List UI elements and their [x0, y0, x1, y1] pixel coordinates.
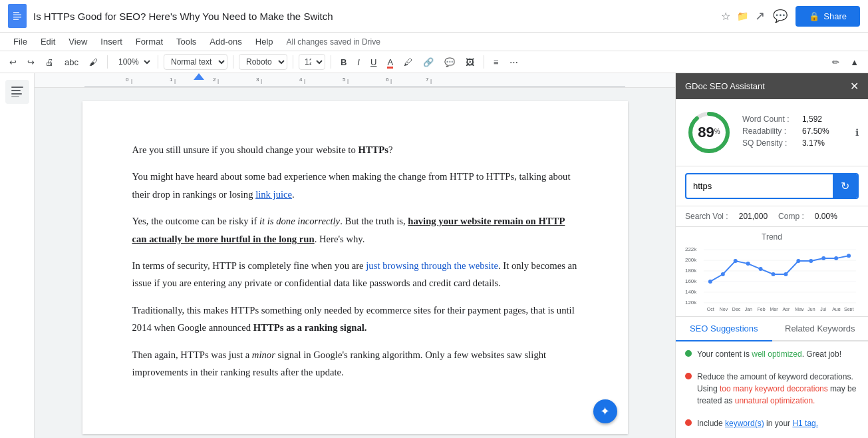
doc-title[interactable]: Is HTTPs Good for SEO? Here's Why You Ne… [33, 11, 714, 22]
svg-marker-26 [194, 73, 204, 80]
share-button[interactable]: 🔒 Share [796, 6, 860, 27]
print-button[interactable]: 🖨 [41, 55, 58, 70]
svg-point-51 [834, 256, 838, 260]
more-button[interactable]: ⋯ [506, 55, 522, 70]
menu-file[interactable]: File [8, 34, 33, 49]
menu-help[interactable]: Help [250, 34, 279, 49]
paint-format-button[interactable]: 🖌 [85, 55, 102, 70]
color-underline [387, 67, 393, 69]
menu-view[interactable]: View [63, 34, 92, 49]
collapse-button[interactable]: ▲ [846, 55, 863, 70]
red-text-2: unnatural optimization. [735, 396, 815, 405]
separator-1 [107, 55, 108, 69]
menu-tools[interactable]: Tools [171, 34, 202, 49]
keyword-search-input[interactable] [686, 176, 833, 196]
tab-seo-suggestions[interactable]: SEO Suggestions [676, 317, 772, 341]
svg-rect-0 [11, 9, 23, 23]
readability-label: Readability : [742, 126, 802, 136]
svg-text:4: 4 [299, 77, 303, 83]
spellcheck-button[interactable]: abc [61, 55, 82, 70]
h1-link[interactable]: H1 tag. [792, 419, 818, 428]
svg-point-41 [708, 280, 712, 284]
svg-text:0: 0 [126, 77, 129, 83]
svg-text:160k: 160k [685, 278, 696, 284]
redo-button[interactable]: ↪ [23, 55, 39, 70]
pencil-button[interactable]: ✏ [828, 55, 843, 70]
separator-3 [233, 55, 233, 69]
svg-rect-8 [11, 97, 19, 97]
tab-related-keywords[interactable]: Related Keywords [772, 317, 869, 340]
font-size-select[interactable]: 12 10 14 [299, 54, 325, 70]
menu-insert[interactable]: Insert [95, 34, 128, 49]
error-dot-1 [685, 373, 692, 379]
underline-button[interactable]: U [366, 55, 380, 70]
menu-format[interactable]: Format [130, 34, 168, 49]
title-area: Is HTTPs Good for SEO? Here's Why You Ne… [33, 11, 714, 22]
svg-point-48 [796, 259, 800, 263]
header-right: ↗ 💬 🔒 Share [755, 6, 860, 27]
svg-text:|: | [304, 78, 305, 84]
trend-title: Trend [685, 232, 859, 242]
svg-text:|: | [174, 78, 176, 84]
close-sidebar-button[interactable]: ✕ [850, 80, 859, 93]
toolbar: ↩ ↪ 🖨 abc 🖌 100% Normal text Heading 1 H… [0, 51, 868, 73]
lock-icon: 🔒 [809, 11, 819, 21]
font-color-button[interactable]: A [383, 55, 397, 70]
svg-text:Aug: Aug [832, 307, 841, 311]
menu-addons[interactable]: Add-ons [204, 34, 247, 49]
link-button[interactable]: 🔗 [419, 55, 438, 70]
svg-text:200k: 200k [685, 257, 696, 263]
readability-row: Readability : 67.50% [742, 126, 846, 136]
suggestion-text-2: Reduce the amount of keyword decorations… [697, 371, 859, 407]
separator-6 [484, 55, 484, 69]
trend-icon[interactable]: ↗ [755, 9, 765, 23]
font-select[interactable]: Roboto Arial [239, 54, 287, 70]
italic-button[interactable]: I [353, 55, 364, 70]
doc-scroll[interactable]: Are you still unsure if you should chang… [35, 88, 675, 438]
undo-button[interactable]: ↩ [5, 55, 21, 70]
svg-rect-6 [11, 90, 21, 91]
info-icon[interactable]: ℹ [855, 127, 859, 138]
svg-text:Nov: Nov [720, 307, 728, 311]
menu-edit[interactable]: Edit [35, 34, 61, 49]
bold-button[interactable]: B [337, 55, 351, 70]
svg-text:|: | [347, 78, 349, 84]
search-button[interactable]: ↻ [833, 174, 857, 198]
outline-button[interactable] [5, 80, 29, 104]
svg-text:222k: 222k [685, 246, 696, 252]
zoom-select[interactable]: 100% [113, 55, 152, 69]
volume-area: Search Vol : 201,000 Comp : 0.00% [676, 206, 868, 227]
score-number: 89 [698, 124, 714, 140]
comment-icon[interactable]: 💬 [773, 9, 788, 23]
word-count-row: Word Count : 1,592 [742, 114, 846, 124]
sidebar-header: GDoc SEO Assistant ✕ [676, 73, 868, 99]
image-button[interactable]: 🖼 [462, 55, 478, 70]
separator-2 [158, 55, 158, 69]
ruler-content: |0 |1 |2 |3 |4 |5 |6 |7 [84, 73, 625, 87]
separator-4 [293, 55, 293, 69]
paragraph-5: Traditionally, this makes HTTPs somethin… [132, 302, 578, 337]
comment-button[interactable]: 💬 [440, 55, 459, 70]
align-button[interactable]: ≡ [490, 55, 503, 70]
highlight-button[interactable]: 🖊 [400, 55, 416, 70]
suggestion-success: Your content is well optimized. Great jo… [685, 348, 859, 360]
folder-icon[interactable]: 📁 [737, 11, 748, 21]
svg-text:|: | [131, 78, 132, 84]
menu-bar: File Edit View Insert Format Tools Add-o… [0, 33, 868, 51]
svg-rect-4 [13, 19, 19, 21]
paragraph-6: Then again, HTTPs was just a minor signa… [132, 346, 578, 381]
svg-text:Jul: Jul [820, 307, 826, 311]
svg-point-52 [847, 254, 851, 258]
svg-point-47 [784, 272, 788, 276]
trend-area: Trend 222k 200k 180k 160k 140k 120k [676, 227, 868, 317]
svg-text:Jun: Jun [807, 307, 815, 311]
comp-value: 0.00% [815, 212, 837, 221]
svg-text:7: 7 [426, 77, 429, 83]
keyword-link[interactable]: keyword(s) [725, 419, 764, 428]
floating-action-button[interactable]: ✦ [593, 399, 617, 423]
left-sidebar [0, 73, 35, 438]
style-select[interactable]: Normal text Heading 1 Heading 2 [164, 54, 227, 70]
star-icon[interactable]: ☆ [721, 10, 730, 23]
ruler: |0 |1 |2 |3 |4 |5 |6 |7 [35, 73, 675, 88]
svg-text:Dec: Dec [732, 307, 741, 311]
